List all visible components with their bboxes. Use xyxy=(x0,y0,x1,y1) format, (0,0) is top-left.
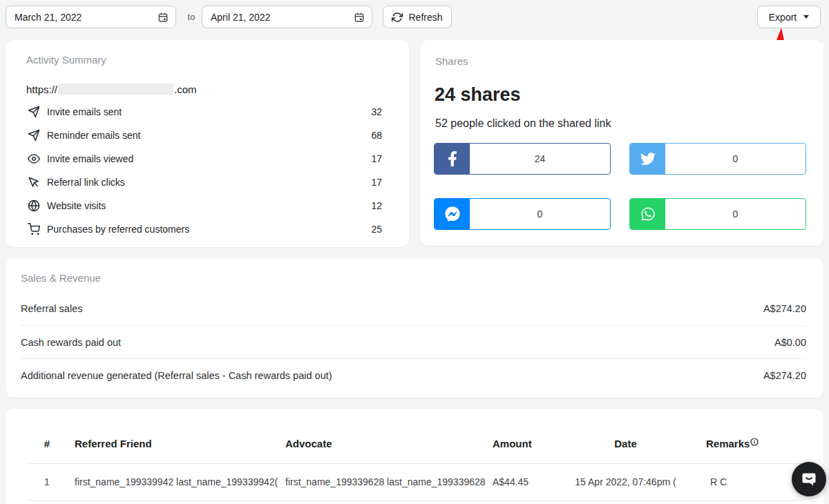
activity-row-label: Referral link clicks xyxy=(47,177,125,188)
activity-row-label: Invite emails viewed xyxy=(47,153,133,164)
calendar-icon xyxy=(158,12,169,23)
activity-row-value: 25 xyxy=(371,224,382,235)
url-suffix: .com xyxy=(174,84,197,95)
activity-row-value: 12 xyxy=(371,200,382,211)
shares-title: Shares xyxy=(435,55,468,67)
table-row: 1 first_name_199339942 last_name_1993399… xyxy=(26,464,803,501)
activity-rows: Invite emails sent 32 Reminder emails se… xyxy=(28,100,382,241)
date-from-input[interactable]: March 21, 2022 xyxy=(6,6,176,28)
shares-card: Shares 24 shares 52 people clicked on th… xyxy=(420,40,823,246)
cursor-click-icon xyxy=(28,176,40,188)
sales-row-value: A$0.00 xyxy=(774,337,806,348)
sales-rows: Referral sales A$274.20 Cash rewards pai… xyxy=(21,292,806,391)
header-num: # xyxy=(26,438,68,449)
activity-row-label: Purchases by referred customers xyxy=(47,224,189,235)
activity-row: Reminder emails sent 68 xyxy=(28,124,382,147)
twitter-share-count: 0 xyxy=(665,144,806,174)
activity-row-value: 17 xyxy=(371,177,382,188)
date-to-value: April 21, 2022 xyxy=(211,12,270,23)
activity-row: Invite emails viewed 17 xyxy=(28,147,382,171)
activity-row-value: 17 xyxy=(371,153,382,164)
send-icon xyxy=(28,129,40,142)
export-label: Export xyxy=(769,12,797,23)
cell-referred-friend: first_name_199339942 last_name_199339942… xyxy=(68,476,278,487)
facebook-icon xyxy=(435,144,470,174)
send-icon xyxy=(28,106,40,118)
activity-row-value: 68 xyxy=(371,130,382,141)
header-remarks: Remarks xyxy=(703,438,803,449)
caret-down-icon xyxy=(803,15,809,19)
refresh-icon xyxy=(392,12,403,23)
url-redacted-area xyxy=(58,84,173,95)
sales-row-value: A$274.20 xyxy=(763,303,806,314)
messenger-icon xyxy=(435,199,470,229)
table-header-row: # Referred Friend Advocate Amount Date R… xyxy=(26,409,803,464)
cell-date: 15 Apr 2022, 07:46pm ( xyxy=(548,476,703,487)
header-advocate: Advocate xyxy=(278,438,486,449)
twitter-share-button[interactable]: 0 xyxy=(629,143,806,175)
activity-summary-title: Activity Summary xyxy=(26,54,106,66)
shares-headline: 24 shares xyxy=(435,84,521,106)
chat-launcher-button[interactable] xyxy=(792,462,826,496)
activity-row-label: Reminder emails sent xyxy=(47,130,140,141)
activity-row-label: Invite emails sent xyxy=(47,106,122,117)
sales-row-label: Cash rewards paid out xyxy=(21,337,121,348)
referral-url: https:// .com xyxy=(26,83,197,95)
twitter-icon xyxy=(630,144,665,174)
cell-advocate: first_name_199339628 last_name_199339628… xyxy=(278,476,486,487)
cart-icon xyxy=(28,223,40,235)
activity-row: Website visits 12 xyxy=(28,194,382,217)
shares-subline: 52 people clicked on the shared link xyxy=(435,117,611,130)
refresh-button[interactable]: Refresh xyxy=(383,6,452,28)
activity-row-label: Website visits xyxy=(47,200,106,211)
calendar-icon xyxy=(354,12,365,23)
chat-bubble-icon xyxy=(800,470,818,488)
header-referred-friend: Referred Friend xyxy=(68,438,278,449)
referrals-table-card: # Referred Friend Advocate Amount Date R… xyxy=(6,409,823,504)
sales-row-label: Additional revenue generated (Referral s… xyxy=(21,370,332,381)
export-button[interactable]: Export xyxy=(757,6,821,28)
sales-revenue-card: Sales & Revenue Referral sales A$274.20 … xyxy=(6,258,823,398)
facebook-share-button[interactable]: 24 xyxy=(434,143,611,175)
whatsapp-icon xyxy=(630,199,665,229)
activity-row: Invite emails sent 32 xyxy=(28,100,382,124)
cell-amount: A$44.45 xyxy=(486,476,548,487)
sales-row: Additional revenue generated (Referral s… xyxy=(21,358,806,391)
url-prefix: https:// xyxy=(26,84,57,95)
header-amount: Amount xyxy=(486,438,548,449)
cell-num: 1 xyxy=(26,476,68,487)
date-from-value: March 21, 2022 xyxy=(15,12,82,23)
sales-revenue-title: Sales & Revenue xyxy=(21,272,101,284)
activity-summary-card: Activity Summary https:// .com Invite em… xyxy=(6,40,409,247)
messenger-share-count: 0 xyxy=(470,199,610,229)
activity-row: Referral link clicks 17 xyxy=(28,171,382,194)
facebook-share-count: 24 xyxy=(470,144,610,174)
info-icon[interactable] xyxy=(750,438,759,446)
sales-row-label: Referral sales xyxy=(21,303,82,314)
date-to-input[interactable]: April 21, 2022 xyxy=(202,6,372,28)
eye-icon xyxy=(28,153,40,165)
whatsapp-share-count: 0 xyxy=(665,199,806,229)
header-date: Date xyxy=(548,438,703,449)
cell-remarks: R C xyxy=(703,476,803,487)
date-range-separator: to xyxy=(181,6,202,28)
activity-row-value: 32 xyxy=(371,106,382,117)
sales-row: Referral sales A$274.20 xyxy=(21,292,806,325)
social-share-buttons: 24 0 0 0 xyxy=(434,143,806,230)
sales-row: Cash rewards paid out A$0.00 xyxy=(21,325,806,358)
activity-row: Purchases by referred customers 25 xyxy=(28,217,382,241)
globe-icon xyxy=(28,200,40,212)
sales-row-value: A$274.20 xyxy=(763,370,806,381)
whatsapp-share-button[interactable]: 0 xyxy=(629,198,806,230)
messenger-share-button[interactable]: 0 xyxy=(434,198,611,230)
refresh-label: Refresh xyxy=(408,12,442,23)
